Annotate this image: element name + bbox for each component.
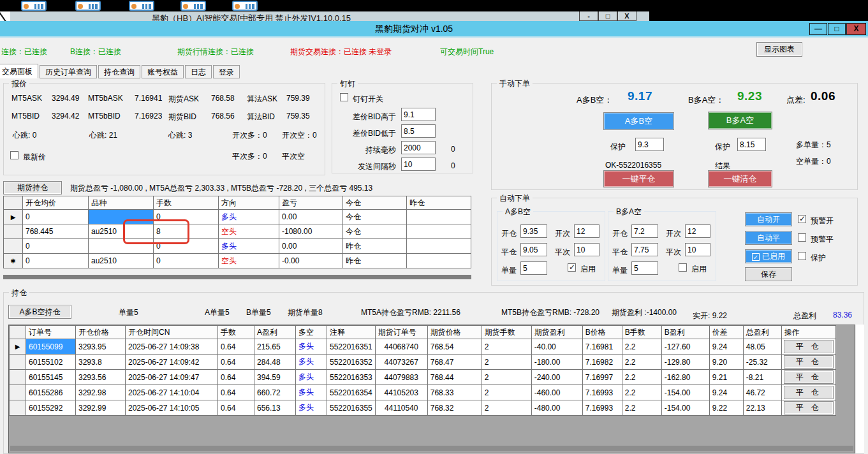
column-header[interactable]: 注释 [327,326,376,339]
futures-position-button[interactable]: 期货持仓 [3,181,62,194]
column-header[interactable]: 期货价格 [427,326,482,339]
ba-open-input[interactable] [631,224,658,238]
column-header[interactable]: 今仓 [343,196,407,210]
cell[interactable]: 多头 [219,210,279,224]
cell[interactable]: 多头 [296,355,327,370]
cell[interactable]: 2025-06-27 14:09:38 [126,339,218,355]
tab-account-equity[interactable]: 账号权益 [142,65,184,78]
bid-below-input[interactable] [401,124,436,138]
row-selector[interactable]: ▶ [4,210,23,224]
cell[interactable]: 0.64 [218,339,254,355]
cell[interactable] [407,239,471,254]
cell[interactable]: 0 [23,254,89,268]
row-selector[interactable]: ▶ [10,339,26,355]
cell[interactable]: 5522016355 [327,400,376,416]
column-header[interactable]: 盈亏 [279,196,343,210]
cell[interactable]: 7.16997 [582,370,622,385]
ab-open-input[interactable] [520,224,547,238]
tab-login[interactable]: 登录 [213,65,240,78]
close-position-button[interactable]: 平 仓 [784,370,834,384]
cell[interactable]: 多头 [296,339,327,355]
column-header[interactable]: 开仓价格 [76,326,126,339]
row-selector-header[interactable] [4,196,23,210]
close-all-button[interactable]: 一键平仓 [603,170,674,187]
ba-open-count-input[interactable] [685,224,710,238]
column-header[interactable]: 昨仓 [407,196,471,210]
column-header[interactable]: 多空 [296,326,327,339]
cell[interactable]: 768.445 [23,224,89,239]
app-icon[interactable] [232,1,258,11]
close-position-button[interactable]: 平 仓 [784,386,834,399]
cell[interactable]: 0.64 [218,370,254,385]
cell[interactable]: 0.64 [218,355,254,370]
positions-grid-scrollbar[interactable] [10,446,853,451]
column-header[interactable]: 总盈利 [743,326,781,339]
cell[interactable]: 44068740 [375,339,427,355]
column-header[interactable]: A盈利 [254,326,296,339]
cell[interactable]: 昨仓 [343,254,407,268]
cell[interactable]: 60155145 [26,370,76,385]
cell[interactable]: -460.00 [531,385,582,400]
column-header[interactable]: 开仓均价 [23,196,89,210]
app-icon[interactable] [129,1,154,11]
bg-close-button[interactable]: X [617,11,636,21]
cell[interactable]: 2 [482,385,531,400]
cell[interactable]: 3292.98 [76,385,126,400]
cell[interactable]: -154.00 [661,400,709,416]
positions-filter-button[interactable]: A多B空持仓 [8,305,71,319]
cell[interactable]: -8.21 [743,370,781,385]
cell[interactable]: 2 [482,339,531,355]
close-position-button[interactable]: 平 仓 [784,340,834,353]
row-selector[interactable] [4,224,23,239]
cell[interactable]: 7.16981 [582,339,622,355]
futures-grid-scrollbar[interactable] [3,275,471,279]
cell[interactable]: 46.72 [743,385,781,400]
cell[interactable]: 44110540 [375,400,427,416]
cell[interactable]: 昨仓 [343,239,407,254]
protect1-input[interactable] [635,138,664,151]
cell[interactable]: 多头 [296,370,327,385]
ab-close-input[interactable] [520,243,547,256]
cell[interactable]: 2 [482,400,531,416]
cell[interactable]: 多头 [296,400,327,416]
cell[interactable] [407,210,471,224]
column-header[interactable]: 开仓时间CN [126,326,218,339]
cell[interactable]: 60155286 [26,385,76,400]
cell[interactable]: 0 [23,210,89,224]
cell[interactable]: 7.16982 [582,355,622,370]
ab-open-button[interactable]: A多B空 [603,112,674,130]
cell[interactable]: au2510 [89,254,154,268]
row-selector[interactable] [4,239,23,254]
column-header[interactable]: 手数 [154,196,219,210]
cell[interactable]: 平 仓 [781,370,835,385]
cell[interactable]: 2025-06-27 14:09:47 [126,370,218,385]
cell[interactable]: 22.13 [743,400,781,416]
cell[interactable]: 7.16993 [582,400,622,416]
protect-checkbox[interactable] [798,252,806,260]
cell[interactable]: 44079883 [375,370,427,385]
cell[interactable]: -129.80 [661,355,709,370]
latest-price-checkbox[interactable] [10,151,18,159]
cell[interactable]: 5522016353 [327,370,376,385]
cell[interactable]: 平 仓 [781,385,835,400]
ab-enable-checkbox[interactable] [568,263,576,272]
bid-above-input[interactable] [401,108,436,121]
app-icon[interactable] [21,1,47,11]
cell[interactable]: -127.60 [661,339,709,355]
save-button[interactable]: 保存 [745,267,792,281]
clear-all-button[interactable]: 一键清仓 [708,170,772,187]
duration-ms-input[interactable] [401,141,436,154]
cell[interactable]: 394.59 [254,370,296,385]
cell[interactable]: 多头 [296,385,327,400]
cell[interactable]: 215.65 [254,339,296,355]
cell[interactable]: -40.00 [531,339,582,355]
cell[interactable]: 656.13 [254,400,296,416]
cell[interactable]: 2.2 [622,400,661,416]
cell[interactable]: 5522016354 [327,385,376,400]
cell[interactable]: 2.2 [622,385,661,400]
ba-close-input[interactable] [631,243,658,256]
cell[interactable]: 660.72 [254,385,296,400]
ba-open-button[interactable]: B多A空 [708,112,772,129]
cell[interactable]: 2.2 [622,370,661,385]
row-selector[interactable] [10,355,26,370]
